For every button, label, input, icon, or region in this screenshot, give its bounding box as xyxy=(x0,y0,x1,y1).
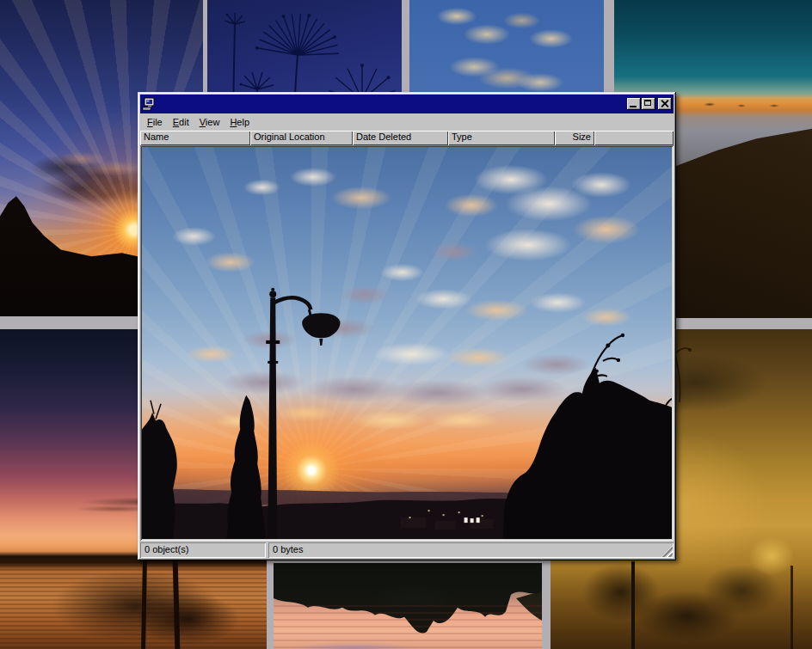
golden-pole xyxy=(790,566,793,649)
column-header-name[interactable]: Name xyxy=(140,131,250,145)
column-header-type[interactable]: Type xyxy=(448,131,555,145)
minimize-icon xyxy=(630,106,637,107)
sunset-lamp-photo xyxy=(142,147,672,539)
menu-item-file[interactable]: File xyxy=(142,115,168,129)
computer-icon[interactable] xyxy=(142,97,156,111)
gallery-photo-water-reflection[interactable] xyxy=(274,563,542,649)
column-header-date-deleted[interactable]: Date Deleted xyxy=(353,131,448,145)
close-icon xyxy=(661,100,668,107)
status-objects-panel: 0 object(s) xyxy=(140,542,266,558)
golden-pole xyxy=(631,561,635,649)
titlebar[interactable] xyxy=(140,95,674,113)
maximize-icon xyxy=(644,100,651,106)
column-header-filler xyxy=(594,131,674,145)
menu-item-edit[interactable]: Edit xyxy=(168,115,194,129)
menu-item-help[interactable]: Help xyxy=(225,115,255,129)
list-view-area[interactable] xyxy=(140,145,674,541)
statusbar: 0 object(s) 0 bytes xyxy=(140,542,674,558)
column-headers: Name Original Location Date Deleted Type… xyxy=(140,131,674,145)
menubar: File Edit View Help xyxy=(140,113,674,131)
recycle-bin-window: File Edit View Help Name Original Locati… xyxy=(138,92,676,560)
column-header-original-location[interactable]: Original Location xyxy=(250,131,353,145)
column-header-size[interactable]: Size xyxy=(555,131,594,145)
reflection-streaks xyxy=(274,605,542,649)
page: File Edit View Help Name Original Locati… xyxy=(0,0,812,649)
close-button[interactable] xyxy=(658,98,672,110)
photo-silhouettes-svg xyxy=(142,147,672,539)
maximize-button[interactable] xyxy=(642,98,655,110)
menu-item-view[interactable]: View xyxy=(194,115,225,129)
minimize-button[interactable] xyxy=(627,98,641,110)
status-bytes-panel: 0 bytes xyxy=(268,542,674,558)
lake-ripples xyxy=(0,565,267,649)
